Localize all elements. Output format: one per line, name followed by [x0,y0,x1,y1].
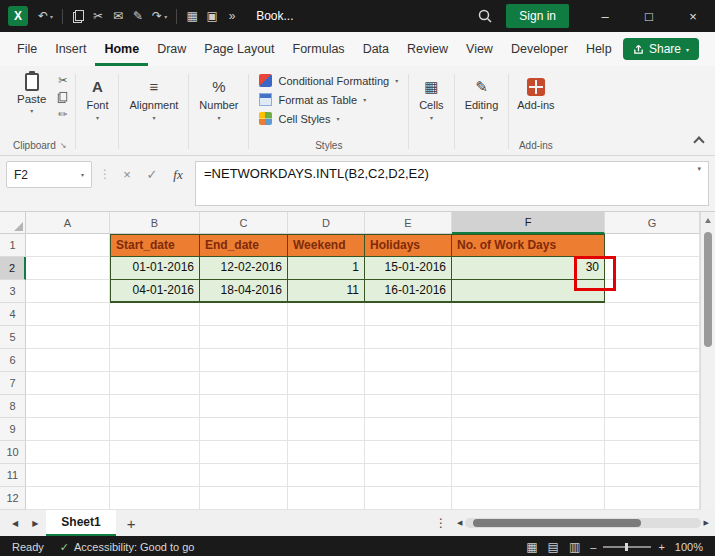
cell-A7[interactable] [26,372,110,395]
cell-D2[interactable]: 1 [288,257,365,280]
redo-icon[interactable]: ↷▾ [148,4,171,28]
tab-developer[interactable]: Developer [502,32,577,66]
add-sheet-button[interactable]: + [118,515,145,532]
cell-D5[interactable] [288,326,365,349]
cell-G8[interactable] [605,395,700,418]
cell-F6[interactable] [452,349,605,372]
page-layout-view-icon[interactable]: ▤ [548,540,559,554]
grid-icon[interactable]: ▦ [182,4,202,28]
zoom-out-icon[interactable]: – [590,541,596,553]
cell-F12[interactable] [452,487,605,510]
expand-formula-bar-icon[interactable]: ▾ [697,165,701,173]
column-header-D[interactable]: D [288,212,365,234]
cell-G10[interactable] [605,441,700,464]
cell-D10[interactable] [288,441,365,464]
insert-function-icon[interactable]: fx [168,161,188,188]
cell-G4[interactable] [605,303,700,326]
row-header-4[interactable]: 4 [0,303,26,326]
cell-B5[interactable] [110,326,200,349]
cell-G11[interactable] [605,464,700,487]
cell-G3[interactable] [605,280,700,303]
cell-D8[interactable] [288,395,365,418]
formula-input[interactable]: =NETWORKDAYS.INTL(B2,C2,D2,E2) ▾ [195,161,709,206]
cell-E2[interactable]: 15-01-2016 [365,257,452,280]
cell-E8[interactable] [365,395,452,418]
cell-C9[interactable] [200,418,288,441]
zoom-level[interactable]: 100% [675,541,703,553]
cell-E5[interactable] [365,326,452,349]
cell-D9[interactable] [288,418,365,441]
cut-button[interactable]: ✂ [57,74,68,87]
cell-C3[interactable]: 18-04-2016 [200,280,288,303]
cell-G9[interactable] [605,418,700,441]
collapse-ribbon-icon[interactable] [693,136,704,147]
cell-A5[interactable] [26,326,110,349]
cell-B9[interactable] [110,418,200,441]
format-as-table-button[interactable]: Format as Table ▾ [255,90,370,109]
cell-D12[interactable] [288,487,365,510]
cell-A9[interactable] [26,418,110,441]
cell-D7[interactable] [288,372,365,395]
addins-button[interactable]: Add-ins [517,70,554,111]
format-painter-button[interactable]: ✏ [57,108,68,121]
column-header-B[interactable]: B [110,212,200,234]
enter-icon[interactable]: ✓ [143,161,161,188]
undo-icon[interactable]: ↶▾ [34,4,57,28]
cell-D4[interactable] [288,303,365,326]
mail-icon[interactable]: ✉ [108,4,128,28]
cell-F4[interactable] [452,303,605,326]
cell-A2[interactable] [26,257,110,280]
copy-button[interactable] [57,91,68,104]
cell-F8[interactable] [452,395,605,418]
cancel-icon[interactable]: × [118,161,136,188]
row-header-12[interactable]: 12 [0,487,26,510]
cut-icon[interactable]: ✂ [88,4,108,28]
cell-C8[interactable] [200,395,288,418]
cell-C10[interactable] [200,441,288,464]
cell-C2[interactable]: 12-02-2016 [200,257,288,280]
row-header-10[interactable]: 10 [0,441,26,464]
horizontal-scrollbar-thumb[interactable] [473,519,641,527]
row-header-3[interactable]: 3 [0,280,26,303]
excel-logo-icon[interactable]: X [8,6,28,26]
cell-A10[interactable] [26,441,110,464]
row-header-8[interactable]: 8 [0,395,26,418]
vertical-scrollbar-thumb[interactable] [704,232,712,347]
number-group-button[interactable]: % Number ▾ [189,68,248,155]
cell-D6[interactable] [288,349,365,372]
row-header-7[interactable]: 7 [0,372,26,395]
cell-G5[interactable] [605,326,700,349]
normal-view-icon[interactable]: ▦ [526,540,537,554]
scroll-right-icon[interactable]: ▶ [704,519,709,527]
cell-B7[interactable] [110,372,200,395]
cell-styles-button[interactable]: Cell Styles ▾ [255,109,343,128]
select-all-button[interactable] [0,212,26,234]
font-group-button[interactable]: A Font ▾ [76,68,118,155]
cell-A8[interactable] [26,395,110,418]
name-box[interactable]: F2 ▾ [6,161,92,188]
row-header-2[interactable]: 2 [0,257,26,280]
tab-file[interactable]: File [8,32,46,66]
more-commands-icon[interactable]: » [222,4,242,28]
cell-B2[interactable]: 01-01-2016 [110,257,200,280]
accessibility-status[interactable]: ✓ Accessibility: Good to go [60,541,195,554]
cell-B4[interactable] [110,303,200,326]
close-button[interactable]: × [671,0,715,32]
column-header-E[interactable]: E [365,212,452,234]
cell-D1[interactable]: Weekend [288,234,365,257]
cell-A11[interactable] [26,464,110,487]
cell-C7[interactable] [200,372,288,395]
row-header-9[interactable]: 9 [0,418,26,441]
copy-icon[interactable] [68,4,88,28]
cell-D3[interactable]: 11 [288,280,365,303]
column-header-F[interactable]: F [452,212,605,234]
cell-F11[interactable] [452,464,605,487]
cell-F10[interactable] [452,441,605,464]
cell-G1[interactable] [605,234,700,257]
vertical-scrollbar[interactable] [700,212,715,510]
column-header-G[interactable]: G [605,212,700,234]
cell-F3[interactable] [452,280,605,303]
cell-B11[interactable] [110,464,200,487]
cell-G12[interactable] [605,487,700,510]
cell-A3[interactable] [26,280,110,303]
